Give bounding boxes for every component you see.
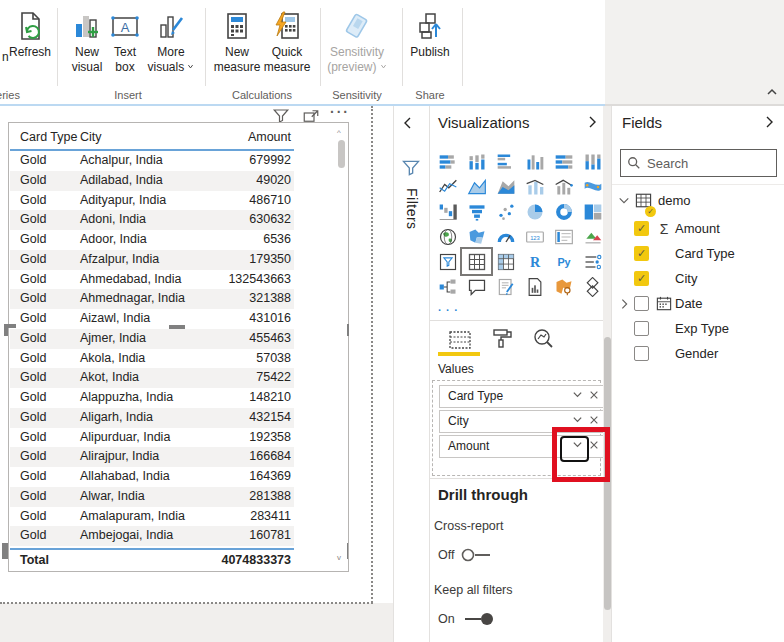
viz-type-stacked-area-chart[interactable] <box>492 175 519 198</box>
viz-type-ribbon-chart[interactable] <box>579 175 606 198</box>
refresh-button[interactable]: Refresh <box>0 10 60 60</box>
viz-type-decomposition-tree[interactable] <box>434 275 461 298</box>
viz-type-arcgis-map[interactable] <box>550 275 577 298</box>
keep-all-filters-toggle[interactable]: On <box>438 611 495 627</box>
viz-type-clustered-bar-chart[interactable] <box>492 150 519 173</box>
quick-measure-button[interactable]: Quickmeasure <box>257 10 317 75</box>
viz-type-smart-narrative[interactable] <box>492 275 519 298</box>
viz-type-python-script[interactable]: Py <box>550 250 577 273</box>
col-header-city[interactable]: City <box>80 128 102 146</box>
table-row[interactable]: GoldAfzalpur, India179350 <box>10 250 294 270</box>
table-row[interactable]: GoldAizawl, India431016 <box>10 309 294 329</box>
field-item-gender[interactable]: Gender <box>612 341 784 366</box>
viz-type-matrix[interactable] <box>492 250 519 273</box>
viz-type-donut-chart[interactable] <box>550 200 577 223</box>
viz-type-gauge[interactable] <box>492 225 519 248</box>
viz-type-paginated-report[interactable] <box>521 275 548 298</box>
more-visuals-button[interactable]: Morevisuals <box>141 10 201 75</box>
table-row[interactable]: GoldAchalpur, India679992 <box>10 151 294 171</box>
viz-type-kpi[interactable] <box>579 225 606 248</box>
scroll-up-icon[interactable]: ^ <box>337 129 341 137</box>
field-checkbox[interactable]: ✓ <box>634 221 649 236</box>
field-item-city[interactable]: ✓City <box>612 266 784 291</box>
table-row[interactable]: GoldAllahabad, India164369 <box>10 467 294 487</box>
fields-table-demo[interactable]: ✓demo <box>612 188 784 213</box>
field-checkbox[interactable]: ✓ <box>634 246 649 261</box>
col-header-amount[interactable]: Amount <box>248 128 291 146</box>
corner-handle[interactable] <box>4 324 8 336</box>
viz-type-r-script[interactable]: R <box>521 250 548 273</box>
table-row[interactable]: GoldAjmer, India455463 <box>10 329 294 349</box>
collapse-icon[interactable] <box>618 196 630 205</box>
viz-type-card[interactable]: 123 <box>521 225 548 248</box>
table-row[interactable]: GoldAdilabad, India49020 <box>10 171 294 191</box>
cross-report-toggle[interactable]: Off <box>438 547 494 563</box>
table-scrollbar[interactable]: ^ v <box>336 125 347 566</box>
field-dropdown-icon[interactable] <box>572 386 583 407</box>
viz-type-power-apps[interactable] <box>579 275 606 298</box>
expand-filters-icon[interactable] <box>403 116 412 130</box>
text-box-button[interactable]: ATextbox <box>105 10 145 75</box>
more-options-icon[interactable]: ··· <box>330 104 350 120</box>
collapse-ribbon-icon[interactable] <box>766 88 778 96</box>
table-scrollbar-thumb[interactable] <box>338 140 345 168</box>
viz-type-filled-map[interactable] <box>463 225 490 248</box>
viz-type-treemap[interactable] <box>579 200 606 223</box>
viz-type-funnel-chart[interactable] <box>463 200 490 223</box>
table-row[interactable]: GoldAlirajpur, India166684 <box>10 447 294 467</box>
filters-pane-collapsed[interactable]: Filters <box>394 106 429 642</box>
table-row[interactable]: GoldAmalapuram, India283411 <box>10 507 294 527</box>
viz-type-waterfall-chart[interactable] <box>434 200 461 223</box>
field-item-amount[interactable]: ✓ΣAmount <box>612 216 784 241</box>
table-row[interactable]: GoldAkola, India57038 <box>10 349 294 369</box>
table-visual-content[interactable]: Card Type City Amount GoldAchalpur, Indi… <box>10 124 334 568</box>
table-row[interactable]: GoldAdoor, India6536 <box>10 230 294 250</box>
publish-button[interactable]: Publish <box>400 10 460 60</box>
viz-type-100-stacked-bar-chart[interactable] <box>550 150 577 173</box>
field-checkbox[interactable] <box>634 346 649 361</box>
table-row[interactable]: GoldAlipurduar, India192358 <box>10 428 294 448</box>
viz-type-multi-row-card[interactable] <box>550 225 577 248</box>
viz-type-line-clustered-column-chart[interactable] <box>550 175 577 198</box>
table-row[interactable]: GoldAdoni, India630632 <box>10 210 294 230</box>
analytics-tab-icon[interactable] <box>532 328 556 350</box>
viz-type-100-stacked-column-chart[interactable] <box>579 150 606 173</box>
viz-type-clustered-column-chart[interactable] <box>521 150 548 173</box>
table-row[interactable]: GoldAmbejogai, India160781 <box>10 526 294 546</box>
viz-type-key-influencers[interactable] <box>579 250 606 273</box>
viz-type-table[interactable] <box>463 250 490 273</box>
toggle-off-icon[interactable] <box>460 547 494 563</box>
field-item-exp-type[interactable]: Exp Type <box>612 316 784 341</box>
field-checkbox[interactable] <box>634 321 649 336</box>
table-row[interactable]: GoldAdityapur, India486710 <box>10 191 294 211</box>
viz-type-qa[interactable] <box>463 275 490 298</box>
format-tab-icon[interactable] <box>492 328 514 350</box>
table-row[interactable]: GoldAhmednagar, India321388 <box>10 289 294 309</box>
table-row[interactable]: GoldAhmedabad, India132543663 <box>10 270 294 290</box>
viz-type-area-chart[interactable] <box>463 175 490 198</box>
col-header-card-type[interactable]: Card Type <box>20 128 77 146</box>
fields-tab-icon[interactable] <box>448 330 474 350</box>
expand-icon[interactable] <box>620 298 629 310</box>
collapse-visualizations-icon[interactable] <box>588 115 597 129</box>
table-row[interactable]: GoldAkot, India75422 <box>10 368 294 388</box>
field-checkbox[interactable]: ✓ <box>634 271 649 286</box>
table-row[interactable]: GoldAlappuzha, India148210 <box>10 388 294 408</box>
viz-type-stacked-bar-chart[interactable] <box>434 150 461 173</box>
table-row[interactable]: GoldAlwar, India281388 <box>10 487 294 507</box>
get-more-visuals-button[interactable]: . . . <box>438 301 458 313</box>
toggle-on-icon[interactable] <box>461 611 495 627</box>
field-item-date[interactable]: Date <box>612 291 784 316</box>
field-item-card-type[interactable]: ✓Card Type <box>612 241 784 266</box>
table-row[interactable]: GoldAligarh, India432154 <box>10 408 294 428</box>
scroll-down-icon[interactable]: v <box>337 554 341 562</box>
search-input[interactable]: Search <box>620 149 777 177</box>
viz-type-line-stacked-column-chart[interactable] <box>521 175 548 198</box>
field-well-card-type[interactable]: Card Type <box>439 385 604 408</box>
viz-type-pie-chart[interactable] <box>521 200 548 223</box>
remove-field-icon[interactable] <box>589 386 599 407</box>
viz-type-scatter-chart[interactable] <box>492 200 519 223</box>
viz-type-map[interactable] <box>434 225 461 248</box>
viz-type-stacked-column-chart[interactable] <box>463 150 490 173</box>
viz-type-slicer[interactable] <box>434 250 461 273</box>
